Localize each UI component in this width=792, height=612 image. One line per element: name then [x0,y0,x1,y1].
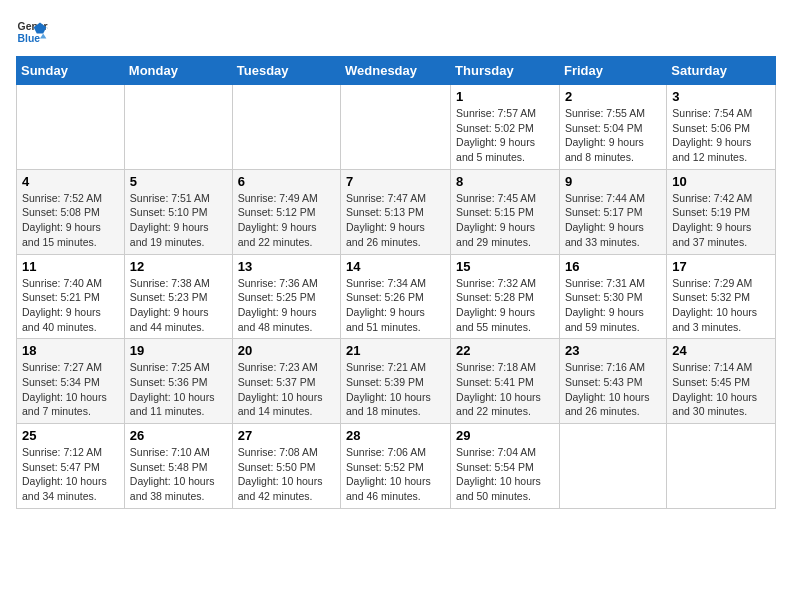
calendar-cell: 7Sunrise: 7:47 AM Sunset: 5:13 PM Daylig… [341,169,451,254]
day-info: Sunrise: 7:10 AM Sunset: 5:48 PM Dayligh… [130,445,227,504]
day-number: 19 [130,343,227,358]
svg-marker-3 [40,34,46,39]
calendar-cell: 23Sunrise: 7:16 AM Sunset: 5:43 PM Dayli… [559,339,666,424]
calendar-table: SundayMondayTuesdayWednesdayThursdayFrid… [16,56,776,509]
day-number: 14 [346,259,445,274]
calendar-week-row: 1Sunrise: 7:57 AM Sunset: 5:02 PM Daylig… [17,85,776,170]
day-number: 8 [456,174,554,189]
day-info: Sunrise: 7:08 AM Sunset: 5:50 PM Dayligh… [238,445,335,504]
calendar-cell: 18Sunrise: 7:27 AM Sunset: 5:34 PM Dayli… [17,339,125,424]
calendar-cell: 10Sunrise: 7:42 AM Sunset: 5:19 PM Dayli… [667,169,776,254]
calendar-cell: 5Sunrise: 7:51 AM Sunset: 5:10 PM Daylig… [124,169,232,254]
page-header: General Blue [16,16,776,48]
day-info: Sunrise: 7:45 AM Sunset: 5:15 PM Dayligh… [456,191,554,250]
day-info: Sunrise: 7:04 AM Sunset: 5:54 PM Dayligh… [456,445,554,504]
day-info: Sunrise: 7:36 AM Sunset: 5:25 PM Dayligh… [238,276,335,335]
day-info: Sunrise: 7:23 AM Sunset: 5:37 PM Dayligh… [238,360,335,419]
calendar-cell: 26Sunrise: 7:10 AM Sunset: 5:48 PM Dayli… [124,424,232,509]
calendar-cell: 24Sunrise: 7:14 AM Sunset: 5:45 PM Dayli… [667,339,776,424]
calendar-week-row: 4Sunrise: 7:52 AM Sunset: 5:08 PM Daylig… [17,169,776,254]
calendar-week-row: 11Sunrise: 7:40 AM Sunset: 5:21 PM Dayli… [17,254,776,339]
day-info: Sunrise: 7:06 AM Sunset: 5:52 PM Dayligh… [346,445,445,504]
calendar-cell: 16Sunrise: 7:31 AM Sunset: 5:30 PM Dayli… [559,254,666,339]
day-info: Sunrise: 7:44 AM Sunset: 5:17 PM Dayligh… [565,191,661,250]
day-info: Sunrise: 7:38 AM Sunset: 5:23 PM Dayligh… [130,276,227,335]
day-info: Sunrise: 7:55 AM Sunset: 5:04 PM Dayligh… [565,106,661,165]
calendar-cell [341,85,451,170]
weekday-header-wednesday: Wednesday [341,57,451,85]
weekday-header-sunday: Sunday [17,57,125,85]
day-number: 15 [456,259,554,274]
calendar-cell: 27Sunrise: 7:08 AM Sunset: 5:50 PM Dayli… [232,424,340,509]
day-number: 4 [22,174,119,189]
calendar-cell: 22Sunrise: 7:18 AM Sunset: 5:41 PM Dayli… [451,339,560,424]
day-number: 24 [672,343,770,358]
day-info: Sunrise: 7:54 AM Sunset: 5:06 PM Dayligh… [672,106,770,165]
calendar-cell: 11Sunrise: 7:40 AM Sunset: 5:21 PM Dayli… [17,254,125,339]
weekday-header-monday: Monday [124,57,232,85]
day-info: Sunrise: 7:34 AM Sunset: 5:26 PM Dayligh… [346,276,445,335]
day-number: 10 [672,174,770,189]
calendar-week-row: 25Sunrise: 7:12 AM Sunset: 5:47 PM Dayli… [17,424,776,509]
day-info: Sunrise: 7:42 AM Sunset: 5:19 PM Dayligh… [672,191,770,250]
calendar-cell: 6Sunrise: 7:49 AM Sunset: 5:12 PM Daylig… [232,169,340,254]
day-info: Sunrise: 7:52 AM Sunset: 5:08 PM Dayligh… [22,191,119,250]
calendar-cell [124,85,232,170]
day-info: Sunrise: 7:51 AM Sunset: 5:10 PM Dayligh… [130,191,227,250]
day-number: 26 [130,428,227,443]
day-info: Sunrise: 7:49 AM Sunset: 5:12 PM Dayligh… [238,191,335,250]
calendar-cell: 15Sunrise: 7:32 AM Sunset: 5:28 PM Dayli… [451,254,560,339]
calendar-cell [667,424,776,509]
calendar-cell: 9Sunrise: 7:44 AM Sunset: 5:17 PM Daylig… [559,169,666,254]
calendar-cell [559,424,666,509]
day-number: 20 [238,343,335,358]
calendar-cell [232,85,340,170]
weekday-header-thursday: Thursday [451,57,560,85]
day-number: 13 [238,259,335,274]
day-number: 12 [130,259,227,274]
day-number: 5 [130,174,227,189]
day-number: 3 [672,89,770,104]
day-info: Sunrise: 7:27 AM Sunset: 5:34 PM Dayligh… [22,360,119,419]
calendar-cell: 21Sunrise: 7:21 AM Sunset: 5:39 PM Dayli… [341,339,451,424]
day-number: 9 [565,174,661,189]
calendar-cell: 17Sunrise: 7:29 AM Sunset: 5:32 PM Dayli… [667,254,776,339]
day-info: Sunrise: 7:12 AM Sunset: 5:47 PM Dayligh… [22,445,119,504]
day-number: 27 [238,428,335,443]
calendar-cell: 20Sunrise: 7:23 AM Sunset: 5:37 PM Dayli… [232,339,340,424]
calendar-cell: 29Sunrise: 7:04 AM Sunset: 5:54 PM Dayli… [451,424,560,509]
day-info: Sunrise: 7:14 AM Sunset: 5:45 PM Dayligh… [672,360,770,419]
calendar-cell: 4Sunrise: 7:52 AM Sunset: 5:08 PM Daylig… [17,169,125,254]
calendar-cell: 2Sunrise: 7:55 AM Sunset: 5:04 PM Daylig… [559,85,666,170]
calendar-cell: 19Sunrise: 7:25 AM Sunset: 5:36 PM Dayli… [124,339,232,424]
day-number: 6 [238,174,335,189]
calendar-week-row: 18Sunrise: 7:27 AM Sunset: 5:34 PM Dayli… [17,339,776,424]
day-info: Sunrise: 7:25 AM Sunset: 5:36 PM Dayligh… [130,360,227,419]
day-info: Sunrise: 7:40 AM Sunset: 5:21 PM Dayligh… [22,276,119,335]
day-number: 17 [672,259,770,274]
day-info: Sunrise: 7:16 AM Sunset: 5:43 PM Dayligh… [565,360,661,419]
day-info: Sunrise: 7:29 AM Sunset: 5:32 PM Dayligh… [672,276,770,335]
calendar-cell: 1Sunrise: 7:57 AM Sunset: 5:02 PM Daylig… [451,85,560,170]
day-number: 29 [456,428,554,443]
day-number: 1 [456,89,554,104]
day-number: 7 [346,174,445,189]
calendar-cell: 12Sunrise: 7:38 AM Sunset: 5:23 PM Dayli… [124,254,232,339]
day-number: 2 [565,89,661,104]
logo: General Blue [16,16,48,48]
day-number: 25 [22,428,119,443]
day-info: Sunrise: 7:18 AM Sunset: 5:41 PM Dayligh… [456,360,554,419]
day-number: 18 [22,343,119,358]
calendar-cell: 13Sunrise: 7:36 AM Sunset: 5:25 PM Dayli… [232,254,340,339]
day-number: 16 [565,259,661,274]
day-number: 11 [22,259,119,274]
calendar-cell: 28Sunrise: 7:06 AM Sunset: 5:52 PM Dayli… [341,424,451,509]
logo-icon: General Blue [16,16,48,48]
calendar-cell: 14Sunrise: 7:34 AM Sunset: 5:26 PM Dayli… [341,254,451,339]
weekday-header-saturday: Saturday [667,57,776,85]
day-number: 28 [346,428,445,443]
weekday-header-friday: Friday [559,57,666,85]
day-number: 22 [456,343,554,358]
day-info: Sunrise: 7:57 AM Sunset: 5:02 PM Dayligh… [456,106,554,165]
calendar-cell: 8Sunrise: 7:45 AM Sunset: 5:15 PM Daylig… [451,169,560,254]
